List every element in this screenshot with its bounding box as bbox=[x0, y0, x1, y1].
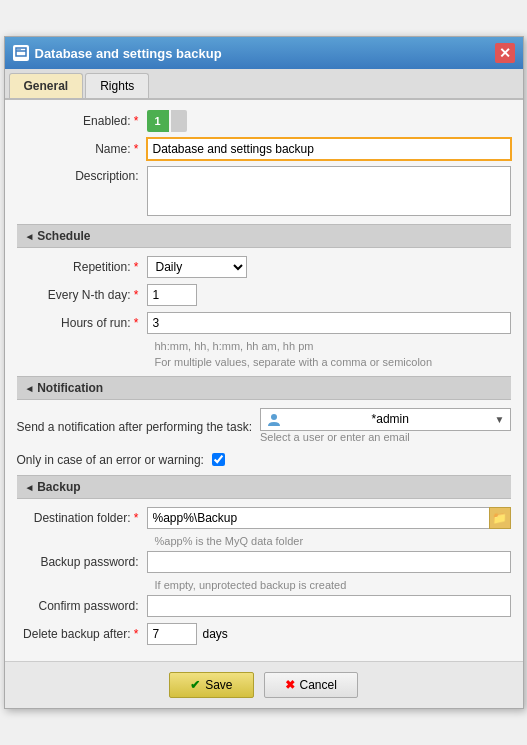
svg-point-3 bbox=[19, 49, 20, 50]
hours-hint2: For multiple values, separate with a com… bbox=[155, 356, 511, 368]
dialog: Database and settings backup ✕ General R… bbox=[4, 36, 524, 709]
delete-backup-after-label: Delete backup after: * bbox=[17, 627, 147, 641]
hours-hint1: hh:mm, hh, h:mm, hh am, hh pm bbox=[155, 340, 511, 352]
tab-content-general: Enabled: * 1 Name: * Description: Schedu… bbox=[5, 100, 523, 661]
dropdown-arrow-icon: ▼ bbox=[495, 414, 505, 425]
folder-hint: %app% is the MyQ data folder bbox=[155, 535, 511, 547]
cancel-button[interactable]: ✖ Cancel bbox=[264, 672, 358, 698]
tab-general[interactable]: General bbox=[9, 73, 84, 98]
confirm-password-input[interactable] bbox=[147, 595, 511, 617]
save-button[interactable]: ✔ Save bbox=[169, 672, 253, 698]
user-hint: Select a user or enter an email bbox=[260, 431, 511, 443]
save-label: Save bbox=[205, 678, 232, 692]
delete-backup-after-row: Delete backup after: * days bbox=[17, 623, 511, 645]
toggle-on-button[interactable]: 1 bbox=[147, 110, 169, 132]
days-row: days bbox=[147, 623, 228, 645]
user-value: *admin bbox=[372, 412, 409, 426]
only-error-row: Only in case of an error or warning: bbox=[17, 453, 511, 467]
every-nth-day-label: Every N-th day: * bbox=[17, 288, 147, 302]
description-input[interactable] bbox=[147, 166, 511, 216]
destination-folder-input[interactable] bbox=[147, 507, 511, 529]
every-nth-day-row: Every N-th day: * bbox=[17, 284, 511, 306]
days-unit-label: days bbox=[203, 627, 228, 641]
title-bar: Database and settings backup ✕ bbox=[5, 37, 523, 69]
dialog-icon bbox=[13, 45, 29, 61]
backup-password-input[interactable] bbox=[147, 551, 511, 573]
confirm-password-label: Confirm password: bbox=[17, 599, 147, 613]
backup-password-label: Backup password: bbox=[17, 555, 147, 569]
save-check-icon: ✔ bbox=[190, 678, 200, 692]
only-error-checkbox[interactable] bbox=[212, 453, 225, 466]
send-notification-label: Send a notification after performing the… bbox=[17, 420, 260, 436]
name-row: Name: * bbox=[17, 138, 511, 160]
enabled-label: Enabled: * bbox=[17, 114, 147, 128]
destination-folder-row: Destination folder: * 📁 bbox=[17, 507, 511, 529]
description-row: Description: bbox=[17, 166, 511, 216]
user-dropdown[interactable]: *admin ▼ bbox=[260, 408, 511, 431]
tabs-bar: General Rights bbox=[5, 69, 523, 100]
confirm-password-row: Confirm password: bbox=[17, 595, 511, 617]
repetition-row: Repetition: * Daily Weekly Monthly bbox=[17, 256, 511, 278]
hours-of-run-input[interactable] bbox=[147, 312, 511, 334]
cancel-x-icon: ✖ bbox=[285, 678, 295, 692]
toggle-off-button[interactable] bbox=[171, 110, 187, 132]
backup-header: Backup bbox=[17, 475, 511, 499]
cancel-label: Cancel bbox=[300, 678, 337, 692]
enabled-row: Enabled: * 1 bbox=[17, 110, 511, 132]
hours-of-run-row: Hours of run: * bbox=[17, 312, 511, 334]
toggle-container: 1 bbox=[147, 110, 187, 132]
schedule-header: Schedule bbox=[17, 224, 511, 248]
bottom-buttons: ✔ Save ✖ Cancel bbox=[5, 661, 523, 708]
only-error-label: Only in case of an error or warning: bbox=[17, 453, 212, 467]
dialog-title: Database and settings backup bbox=[35, 46, 222, 61]
user-icon bbox=[266, 412, 286, 427]
repetition-select[interactable]: Daily Weekly Monthly bbox=[147, 256, 247, 278]
svg-point-4 bbox=[271, 414, 277, 420]
title-bar-left: Database and settings backup bbox=[13, 45, 222, 61]
close-button[interactable]: ✕ bbox=[495, 43, 515, 63]
svg-point-2 bbox=[17, 49, 18, 50]
description-label: Description: bbox=[17, 166, 147, 183]
every-nth-day-input[interactable] bbox=[147, 284, 197, 306]
folder-icon: 📁 bbox=[492, 511, 507, 525]
hours-of-run-label: Hours of run: * bbox=[17, 316, 147, 330]
notification-header: Notification bbox=[17, 376, 511, 400]
name-input[interactable] bbox=[147, 138, 511, 160]
name-label: Name: * bbox=[17, 142, 147, 156]
tab-rights[interactable]: Rights bbox=[85, 73, 149, 98]
destination-folder-label: Destination folder: * bbox=[17, 511, 147, 525]
backup-password-row: Backup password: bbox=[17, 551, 511, 573]
folder-browse-button[interactable]: 📁 bbox=[489, 507, 511, 529]
folder-input-container: 📁 bbox=[147, 507, 511, 529]
repetition-label: Repetition: * bbox=[17, 260, 147, 274]
delete-backup-days-input[interactable] bbox=[147, 623, 197, 645]
backup-password-hint: If empty, unprotected backup is created bbox=[155, 579, 511, 591]
send-notification-row: Send a notification after performing the… bbox=[17, 408, 511, 447]
